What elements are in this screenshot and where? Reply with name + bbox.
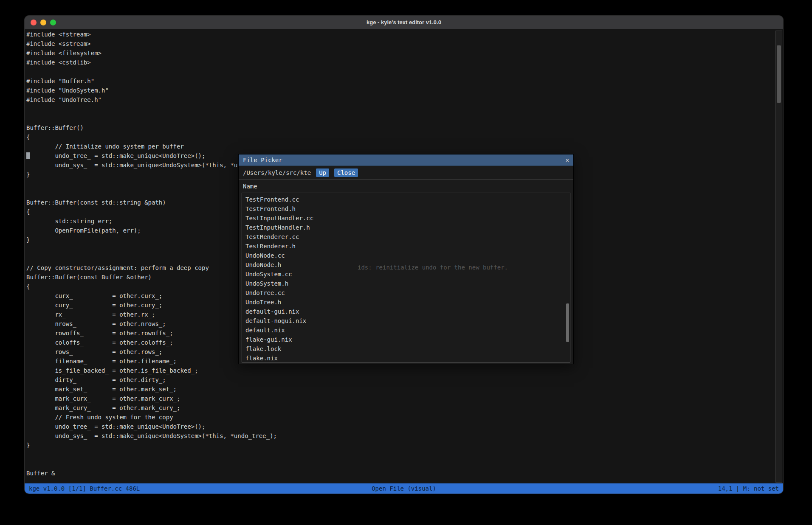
window-titlebar: kge - kyle's text editor v1.0.0 bbox=[25, 16, 783, 29]
editor-window: kge - kyle's text editor v1.0.0 #include… bbox=[25, 16, 783, 494]
file-picker-dialog: File Picker ✕ /Users/kyle/src/kte Up Clo… bbox=[238, 154, 574, 364]
code-line bbox=[26, 114, 277, 123]
status-right: 14,1 | M: not set bbox=[718, 485, 779, 492]
file-list-item[interactable]: flake.lock bbox=[242, 344, 570, 354]
code-line: mark_cury_ = other.mark_cury_; bbox=[26, 403, 277, 413]
file-list-item[interactable]: default-gui.nix bbox=[242, 307, 570, 316]
dialog-titlebar: File Picker ✕ bbox=[239, 154, 573, 166]
code-line bbox=[26, 450, 277, 459]
dialog-title: File Picker bbox=[243, 157, 282, 163]
file-list-item[interactable]: TestInputHandler.h bbox=[242, 223, 570, 232]
window-zoom-button[interactable] bbox=[50, 20, 56, 25]
current-path: /Users/kyle/src/kte bbox=[243, 169, 311, 176]
file-list-item[interactable]: TestFrontend.cc bbox=[242, 195, 570, 204]
dialog-close-button[interactable]: Close bbox=[334, 168, 358, 177]
code-line: is_file_backed_ = other.is_file_backed_; bbox=[26, 366, 277, 375]
file-list-item[interactable]: TestRenderer.h bbox=[242, 241, 570, 251]
window-close-button[interactable] bbox=[31, 20, 37, 25]
code-line: undo_tree_ = std::make_unique<UndoTree>(… bbox=[26, 422, 277, 431]
traffic-lights bbox=[31, 16, 56, 29]
file-list-item[interactable]: UndoTree.h bbox=[242, 298, 570, 307]
code-line: #include <cstdlib> bbox=[26, 58, 277, 67]
file-list-item[interactable]: TestInputHandler.cc bbox=[242, 213, 570, 223]
code-line: #include "Buffer.h" bbox=[26, 76, 277, 86]
file-list-item[interactable]: UndoTree.cc bbox=[242, 288, 570, 298]
up-button[interactable]: Up bbox=[316, 168, 329, 177]
file-list-item[interactable]: UndoSystem.cc bbox=[242, 270, 570, 279]
code-line: #include <sstream> bbox=[26, 39, 277, 48]
code-line: #include "UndoTree.h" bbox=[26, 95, 277, 104]
status-bar: kge v1.0.0 [1/1] Buffer.cc 486L Open Fil… bbox=[25, 483, 783, 494]
name-column-header: Name bbox=[239, 180, 573, 193]
code-line bbox=[26, 459, 277, 469]
file-list-item[interactable]: flake-gui.nix bbox=[242, 335, 570, 344]
file-list-rows: TestFrontend.ccTestFrontend.hTestInputHa… bbox=[242, 195, 570, 362]
code-line: Buffer::Buffer() bbox=[26, 123, 277, 132]
code-line: mark_curx_ = other.mark_curx_; bbox=[26, 394, 277, 403]
file-list-item[interactable]: TestFrontend.h bbox=[242, 204, 570, 213]
code-line: #include "UndoSystem.h" bbox=[26, 86, 277, 95]
code-line: undo_sys_ = std::make_unique<UndoSystem>… bbox=[26, 431, 277, 441]
code-line: // Initialize undo system per buffer bbox=[26, 142, 277, 151]
code-line: dirty_ = other.dirty_; bbox=[26, 375, 277, 385]
code-line: // Fresh undo system for the copy bbox=[26, 413, 277, 422]
file-list-scrollbar-thumb[interactable] bbox=[566, 303, 569, 342]
path-row: /Users/kyle/src/kte Up Close bbox=[239, 166, 573, 180]
file-list-item[interactable]: UndoSystem.h bbox=[242, 279, 570, 288]
file-list[interactable]: TestFrontend.ccTestFrontend.hTestInputHa… bbox=[242, 193, 570, 362]
file-list-item[interactable]: UndoNode.cc bbox=[242, 251, 570, 260]
file-list-item[interactable]: default-nogui.nix bbox=[242, 316, 570, 326]
code-line bbox=[26, 67, 277, 76]
code-line: } bbox=[26, 441, 277, 450]
code-line: { bbox=[26, 132, 277, 142]
editor-scrollbar-thumb[interactable] bbox=[777, 45, 781, 103]
dialog-close-icon[interactable]: ✕ bbox=[566, 157, 569, 163]
status-left: kge v1.0.0 [1/1] Buffer.cc 486L bbox=[29, 485, 140, 492]
editor-scrollbar[interactable] bbox=[775, 31, 782, 483]
code-line: #include <filesystem> bbox=[26, 48, 277, 58]
window-title: kge - kyle's text editor v1.0.0 bbox=[367, 19, 441, 25]
file-list-item[interactable]: flake.nix bbox=[242, 354, 570, 362]
file-list-item[interactable]: UndoNode.h bbox=[242, 260, 570, 270]
window-minimize-button[interactable] bbox=[40, 20, 46, 25]
text-cursor bbox=[26, 152, 30, 159]
file-list-item[interactable]: default.nix bbox=[242, 326, 570, 335]
code-line: mark_set_ = other.mark_set_; bbox=[26, 385, 277, 394]
code-line bbox=[26, 104, 277, 114]
code-line: #include <fstream> bbox=[26, 30, 277, 39]
file-list-item[interactable]: TestRenderer.cc bbox=[242, 232, 570, 241]
code-line: Buffer & bbox=[26, 469, 277, 478]
